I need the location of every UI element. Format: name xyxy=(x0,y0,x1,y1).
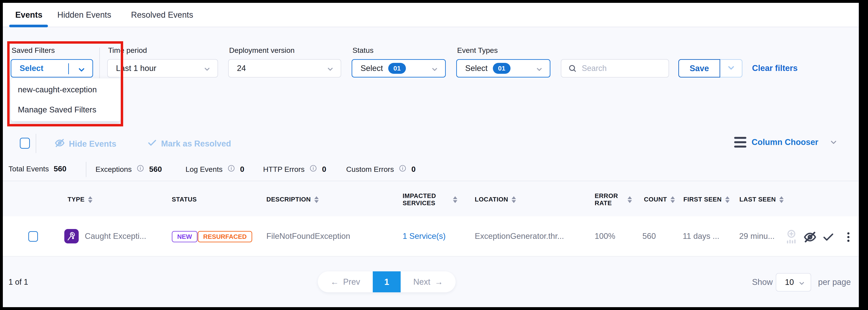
info-icon[interactable] xyxy=(227,164,235,174)
info-icon[interactable] xyxy=(309,164,317,174)
event-types-select[interactable]: Select 01 xyxy=(456,59,550,78)
prev-page-button[interactable]: ← Prev xyxy=(318,277,373,287)
stat-exceptions: Exceptions 560 xyxy=(95,164,162,174)
event-types-value: Select xyxy=(465,64,488,73)
row-first-seen: 11 days ... xyxy=(683,232,719,241)
chevron-down-icon xyxy=(829,138,838,147)
sort-icon[interactable] xyxy=(314,196,319,203)
row-description: FileNotFoundException xyxy=(267,232,350,241)
chevron-down-icon xyxy=(798,280,805,288)
active-tab-indicator xyxy=(9,25,48,27)
column-header-label: ERROR RATE xyxy=(595,192,624,207)
event-types-label: Event Types xyxy=(457,46,498,55)
per-page-value: 10 xyxy=(785,278,794,287)
clear-filters-link[interactable]: Clear filters xyxy=(752,63,798,73)
chevron-down-icon xyxy=(726,63,736,73)
column-header-label: IMPACTED SERVICES xyxy=(403,192,450,207)
column-header-error-rate[interactable]: ERROR RATE xyxy=(595,188,632,212)
column-header-location[interactable]: LOCATION xyxy=(475,188,516,212)
hide-event-icon[interactable] xyxy=(803,230,817,245)
event-types-count-badge: 01 xyxy=(493,63,510,74)
stat-value: 0 xyxy=(322,165,326,174)
status-select[interactable]: Select 01 xyxy=(351,59,446,78)
resolve-event-icon[interactable] xyxy=(822,231,835,244)
manage-saved-filters-option[interactable]: Manage Saved Filters xyxy=(11,100,121,120)
search-input[interactable] xyxy=(581,63,660,73)
page-summary: 1 of 1 xyxy=(8,278,28,287)
time-period-select[interactable]: Last 1 hour xyxy=(107,59,218,78)
column-chooser-button[interactable]: Column Chooser xyxy=(734,137,838,147)
table-top-border xyxy=(3,181,859,181)
sort-icon[interactable] xyxy=(88,196,92,203)
row-count: 560 xyxy=(642,232,656,241)
hamburger-icon xyxy=(734,137,746,147)
column-header-label: TYPE xyxy=(68,196,85,203)
column-header-label: LAST SEEN xyxy=(739,196,776,203)
stat-label: HTTP Errors xyxy=(263,165,305,174)
deployment-version-select[interactable]: 24 xyxy=(228,59,341,78)
sort-icon[interactable] xyxy=(627,196,632,203)
select-all-checkbox[interactable] xyxy=(20,138,30,149)
tab-hidden-events[interactable]: Hidden Events xyxy=(57,10,111,20)
column-header-label: LOCATION xyxy=(475,196,508,203)
info-icon[interactable] xyxy=(136,164,144,174)
chevron-down-icon xyxy=(77,65,86,76)
stat-value: 0 xyxy=(411,165,415,174)
column-header-last-seen[interactable]: LAST SEEN xyxy=(739,188,784,212)
tab-resolved-events[interactable]: Resolved Events xyxy=(131,10,193,20)
stat-label: Exceptions xyxy=(95,165,132,174)
sort-icon[interactable] xyxy=(512,196,516,203)
next-label: Next xyxy=(413,277,430,287)
chevron-down-icon xyxy=(203,65,211,75)
stat-label: Total Events xyxy=(8,165,49,173)
status-badge-new: NEW xyxy=(172,231,197,242)
tab-events[interactable]: Events xyxy=(15,10,42,20)
stats-divider xyxy=(86,162,86,177)
select-divider xyxy=(68,63,69,74)
hide-events-button[interactable]: Hide Events xyxy=(55,138,116,150)
column-header-status[interactable]: STATUS xyxy=(172,188,197,212)
save-split-button: Save xyxy=(678,59,742,78)
column-header-label: STATUS xyxy=(172,196,197,203)
pagination-control: ← Prev 1 Next → xyxy=(318,271,456,292)
row-last-seen: 29 minu... xyxy=(739,232,774,241)
saved-filter-option[interactable]: new-caught-exception xyxy=(11,80,121,100)
sort-icon[interactable] xyxy=(671,196,675,203)
next-page-button[interactable]: Next → xyxy=(401,277,456,287)
sort-icon[interactable] xyxy=(725,196,730,203)
info-icon[interactable] xyxy=(399,164,406,174)
stat-log-events: Log Events 0 xyxy=(186,164,244,174)
show-label: Show xyxy=(752,278,773,287)
deployment-version-label: Deployment version xyxy=(229,46,294,55)
column-header-count[interactable]: COUNT xyxy=(644,188,675,212)
row-error-rate: 100% xyxy=(595,232,615,241)
arrow-right-icon: → xyxy=(435,277,443,287)
sort-icon[interactable] xyxy=(779,196,784,203)
column-header-description[interactable]: DESCRIPTION xyxy=(267,188,319,212)
stat-value: 560 xyxy=(54,164,66,173)
status-count-badge: 01 xyxy=(388,63,406,74)
sort-icon[interactable] xyxy=(453,196,457,203)
row-checkbox[interactable] xyxy=(28,231,38,242)
mark-resolved-button[interactable]: Mark as Resolved xyxy=(147,138,231,150)
status-label: Status xyxy=(352,46,373,55)
events-page: Events Hidden Events Resolved Events Sav… xyxy=(3,3,859,307)
per-page-select[interactable]: 10 xyxy=(776,273,811,291)
save-button[interactable]: Save xyxy=(678,59,720,78)
search-box xyxy=(561,59,669,78)
tab-bar: Events Hidden Events Resolved Events xyxy=(3,3,859,27)
column-header-impacted-services[interactable]: IMPACTED SERVICES xyxy=(403,188,457,212)
stat-custom-errors: Custom Errors 0 xyxy=(346,164,416,174)
column-header-type[interactable]: TYPE xyxy=(68,188,92,212)
add-to-chart-icon[interactable] xyxy=(785,229,799,246)
saved-filters-select[interactable]: Select xyxy=(11,59,93,78)
save-dropdown-button[interactable] xyxy=(720,59,742,78)
arrow-left-icon: ← xyxy=(331,277,339,287)
row-impacted-services-link[interactable]: 1 Service(s) xyxy=(403,232,445,241)
kebab-menu-icon[interactable] xyxy=(842,231,855,244)
column-header-first-seen[interactable]: FIRST SEEN xyxy=(683,188,730,212)
current-page-button[interactable]: 1 xyxy=(373,271,401,292)
column-header-label: FIRST SEEN xyxy=(683,196,722,203)
column-header-label: DESCRIPTION xyxy=(267,196,311,203)
filter-group-divider xyxy=(99,48,100,78)
